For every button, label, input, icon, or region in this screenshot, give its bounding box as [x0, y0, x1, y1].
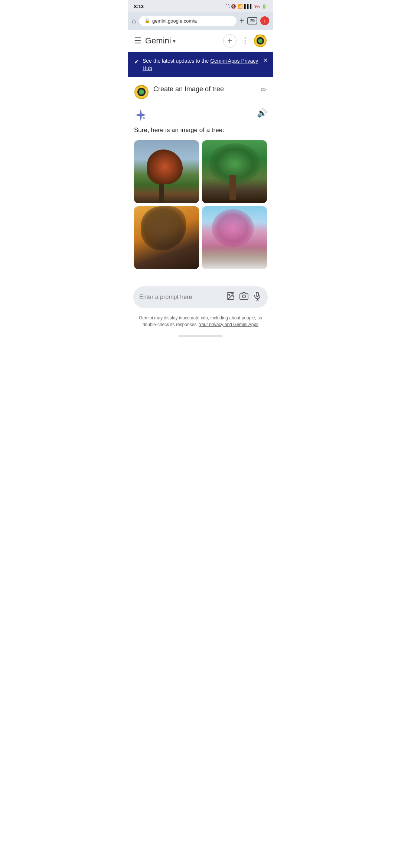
ai-response-text: Sure, here is an image of a tree:	[134, 125, 267, 135]
home-button[interactable]: ⌂	[132, 17, 136, 25]
app-title: Gemini	[145, 36, 171, 46]
image-upload-button[interactable]	[226, 292, 235, 303]
alert-button[interactable]: ↑	[260, 16, 269, 25]
banner-text: See the latest updates to the Gemini App…	[143, 57, 267, 72]
svg-marker-7	[137, 111, 144, 118]
svg-point-13	[242, 295, 245, 298]
banner-badge-icon: ✔	[134, 58, 139, 65]
ai-message: 🔊 Sure, here is an image of a tree:	[134, 108, 267, 269]
tree-image-1[interactable]	[134, 140, 199, 203]
microphone-button[interactable]	[253, 292, 262, 303]
banner-close-button[interactable]: ×	[263, 56, 268, 65]
status-icons: ⛶ 🔇 📶 ▌▌▌ 9% 🔋	[225, 4, 267, 9]
address-bar[interactable]: 🔒 gemini.google.com/a	[139, 16, 237, 26]
title-dropdown-icon[interactable]: ▾	[173, 37, 176, 45]
mute-icon: 🔇	[231, 4, 236, 9]
menu-button[interactable]: ☰	[134, 36, 141, 46]
gemini-logo-icon	[254, 34, 267, 47]
tab-count[interactable]: 79	[247, 17, 257, 24]
edit-message-button[interactable]: ✏	[261, 85, 267, 94]
privacy-link[interactable]: Your privacy and Gemini Apps	[199, 322, 258, 327]
disclaimer: Gemini may display inaccurate info, incl…	[128, 312, 273, 334]
header-actions: + ⋮	[223, 34, 267, 47]
svg-point-5	[139, 89, 144, 95]
tree-image-4[interactable]	[202, 206, 267, 269]
image-grid	[134, 140, 267, 269]
battery-level: 9%	[254, 4, 260, 9]
tree-image-3[interactable]	[134, 206, 199, 269]
banner-text-before: See the latest updates to the	[143, 58, 210, 64]
bluetooth-icon: ⛶	[225, 4, 229, 9]
browser-actions: + 79 ↑	[239, 16, 269, 26]
status-bar: 8:13 ⛶ 🔇 📶 ▌▌▌ 9% 🔋	[128, 0, 273, 12]
chat-area: Create an Image of tree ✏ 🔊 Sure, here i…	[128, 77, 273, 283]
user-prompt-text: Create an Image of tree	[153, 85, 256, 94]
tree-image-2[interactable]	[202, 140, 267, 203]
svg-point-2	[258, 39, 263, 43]
browser-bar: ⌂ 🔒 gemini.google.com/a + 79 ↑	[128, 12, 273, 30]
svg-rect-14	[256, 292, 258, 296]
prompt-input[interactable]	[139, 294, 222, 300]
camera-button[interactable]	[239, 292, 248, 303]
gemini-sparkle-icon	[134, 108, 147, 122]
svg-point-10	[229, 294, 230, 295]
status-time: 8:13	[134, 4, 144, 9]
site-info-icon: 🔒	[144, 18, 150, 23]
wifi-icon: 📶	[238, 4, 243, 9]
url-text: gemini.google.com/a	[152, 18, 197, 24]
app-title-group: Gemini ▾	[145, 36, 223, 46]
user-message: Create an Image of tree ✏	[134, 85, 267, 99]
new-tab-button[interactable]: +	[239, 16, 244, 26]
signal-icon: ▌▌▌	[244, 4, 253, 9]
speaker-button[interactable]: 🔊	[257, 108, 267, 118]
nav-bar	[178, 335, 223, 337]
input-actions	[226, 292, 262, 303]
battery-icon: 🔋	[262, 4, 267, 9]
user-avatar-icon	[134, 85, 149, 99]
more-options-button[interactable]: ⋮	[241, 36, 249, 46]
new-chat-button[interactable]: +	[223, 34, 237, 47]
input-area	[133, 286, 268, 308]
input-area-wrapper	[128, 283, 273, 312]
promo-banner: ✔ See the latest updates to the Gemini A…	[128, 52, 273, 77]
svg-point-8	[143, 117, 145, 119]
ai-message-header: 🔊	[134, 108, 267, 122]
app-header: ☰ Gemini ▾ + ⋮	[128, 30, 273, 52]
